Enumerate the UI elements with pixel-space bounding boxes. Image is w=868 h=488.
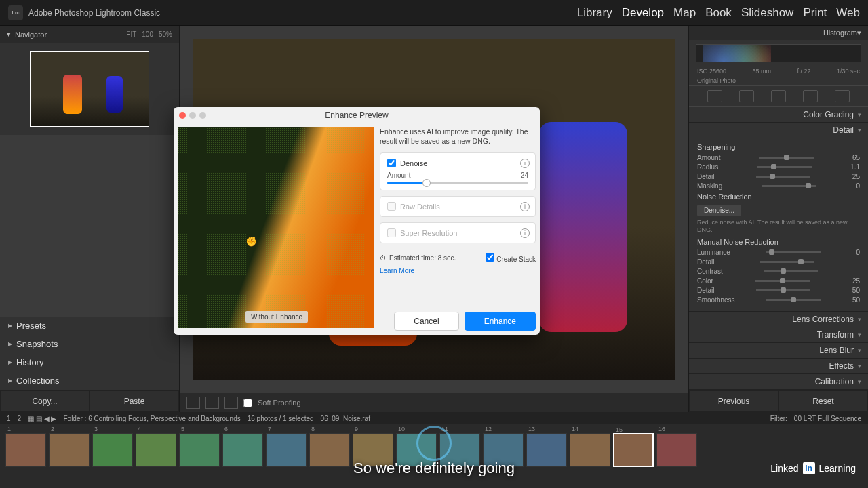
raw-details-option: Raw Details i — [380, 196, 536, 217]
navigator-header[interactable]: ▾ Navigator FIT 100 50% — [0, 26, 179, 43]
copy-button[interactable]: Copy... — [0, 390, 90, 412]
slider-row: Detail — [697, 258, 860, 266]
hand-cursor-icon: ✊ — [245, 236, 256, 247]
filmstrip-thumb[interactable]: 15 — [613, 433, 654, 467]
panel-section[interactable]: Calibration — [689, 374, 868, 389]
photo-count: 16 photos / 1 selected — [248, 415, 314, 422]
filmstrip-thumb[interactable]: 16 — [656, 433, 697, 467]
redeye-tool-icon[interactable] — [835, 90, 850, 102]
filmstrip-thumb[interactable]: 14 — [570, 433, 610, 467]
navigator-title: Navigator — [15, 30, 47, 39]
module-develop[interactable]: Develop — [622, 6, 664, 20]
module-slideshow[interactable]: Slideshow — [741, 6, 794, 20]
slider[interactable] — [760, 261, 814, 263]
cancel-button[interactable]: Cancel — [394, 312, 458, 331]
panel-section[interactable]: Effects — [689, 359, 868, 373]
reset-button[interactable]: Reset — [778, 390, 868, 412]
filmstrip-thumb[interactable]: 8 — [309, 433, 350, 467]
filename: 06_09_Noise.raf — [321, 415, 370, 422]
history-section[interactable]: History — [0, 353, 179, 371]
slider-label: Detail — [697, 287, 715, 294]
video-subtitle: So we're definitely going — [353, 460, 515, 477]
paste-button[interactable]: Paste — [90, 390, 179, 412]
slider-row: Color25 — [697, 277, 860, 285]
filmstrip-thumb[interactable]: 13 — [526, 433, 567, 467]
slider-label: Contrast — [697, 268, 723, 275]
amount-value: 24 — [521, 171, 528, 179]
module-map[interactable]: Map — [673, 6, 696, 20]
hist-iso: ISO 25600 — [697, 68, 726, 75]
navigator-preview[interactable] — [0, 43, 179, 135]
grid-size-1[interactable]: 1 — [7, 415, 11, 422]
soft-proofing-label: Soft Proofing — [258, 399, 301, 407]
zoom-100[interactable]: 100 — [142, 30, 153, 38]
slider-row: Amount65 — [697, 154, 860, 161]
denoise-checkbox[interactable] — [387, 159, 396, 167]
module-web[interactable]: Web — [836, 6, 860, 20]
zoom-fit[interactable]: FIT — [126, 30, 136, 38]
panel-section[interactable]: Lens Blur — [689, 343, 868, 358]
hist-focal: 55 mm — [753, 68, 772, 75]
filmstrip-thumb[interactable]: 4 — [136, 433, 176, 467]
zoom-50[interactable]: 50% — [159, 30, 172, 38]
heal-tool-icon[interactable] — [771, 90, 786, 102]
learn-more-link[interactable]: Learn More — [380, 267, 536, 274]
denoise-button[interactable]: Denoise... — [697, 205, 741, 216]
edit-tool-icon[interactable] — [707, 90, 722, 102]
filmstrip-thumb[interactable]: 2 — [49, 433, 90, 467]
slider[interactable] — [766, 251, 821, 253]
slider-row: Contrast — [697, 268, 860, 275]
filter-value[interactable]: 00 LRT Full Sequence — [794, 415, 861, 422]
slider[interactable] — [755, 280, 810, 282]
slider-label: Masking — [697, 182, 722, 190]
dialog-description: Enhance uses AI to improve image quality… — [380, 127, 536, 146]
panel-section[interactable]: Transform — [689, 327, 868, 342]
slider[interactable] — [764, 270, 818, 272]
noise-reduction-label: Noise Reduction — [697, 192, 860, 201]
amount-slider[interactable] — [387, 182, 528, 184]
enhance-preview-image[interactable]: ✊ Without Enhance — [178, 127, 374, 328]
mask-tool-icon[interactable] — [803, 90, 818, 102]
filmstrip-thumb[interactable]: 5 — [179, 433, 220, 467]
slider[interactable] — [756, 176, 810, 178]
slider[interactable] — [766, 299, 821, 301]
snapshots-section[interactable]: Snapshots — [0, 335, 179, 353]
create-stack-checkbox[interactable] — [486, 253, 494, 262]
slider[interactable] — [760, 157, 814, 159]
slider[interactable] — [762, 185, 816, 187]
loupe-view-icon[interactable] — [186, 396, 200, 409]
module-print[interactable]: Print — [803, 6, 827, 20]
histogram[interactable] — [696, 44, 861, 62]
manual-nr-label: Manual Noise Reduction — [697, 238, 860, 246]
slider-value: 50 — [852, 296, 860, 304]
app-logo-icon: Lrc — [8, 5, 23, 20]
slider[interactable] — [756, 289, 810, 291]
soft-proofing-checkbox[interactable] — [243, 399, 252, 407]
collections-section[interactable]: Collections — [0, 371, 179, 390]
filmstrip-thumb[interactable]: 3 — [92, 433, 133, 467]
filmstrip-thumb[interactable]: 6 — [222, 433, 263, 467]
filmstrip-thumb[interactable]: 1 — [5, 433, 46, 467]
raw-details-checkbox — [387, 202, 396, 211]
filmstrip-thumb[interactable]: 7 — [266, 433, 307, 467]
crop-tool-icon[interactable] — [739, 90, 754, 102]
app-name: Adobe Photoshop Lightroom Classic — [28, 8, 160, 18]
before-after-icon[interactable] — [205, 396, 219, 409]
detail-section[interactable]: Detail — [689, 123, 868, 138]
slider[interactable] — [757, 166, 812, 168]
presets-section[interactable]: Presets — [0, 317, 179, 335]
estimated-time: Estimated time: 8 sec. — [389, 254, 456, 262]
previous-button[interactable]: Previous — [689, 390, 778, 412]
module-library[interactable]: Library — [577, 6, 612, 20]
slider-row: Detail25 — [697, 173, 860, 180]
enhance-button[interactable]: Enhance — [465, 312, 536, 331]
module-book[interactable]: Book — [705, 6, 732, 20]
clock-icon: ⏱ — [380, 254, 387, 262]
create-stack-label: Create Stack — [496, 256, 536, 263]
grid-icon[interactable] — [224, 396, 238, 409]
grid-size-2[interactable]: 2 — [18, 415, 22, 422]
color-grading-section[interactable]: Color Grading — [689, 107, 868, 122]
panel-section[interactable]: Lens Corrections — [689, 312, 868, 327]
preview-mode-label: Without Enhance — [245, 311, 308, 323]
hist-shutter: 1/30 sec — [837, 68, 860, 75]
